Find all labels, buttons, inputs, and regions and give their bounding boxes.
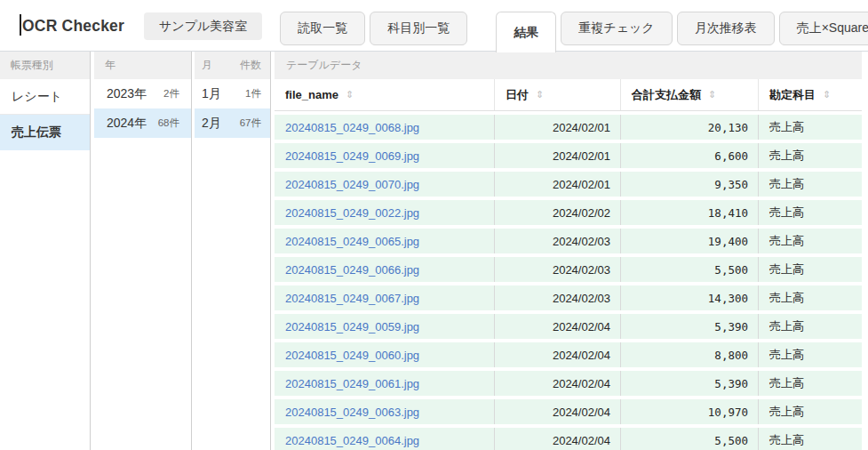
file-name-link[interactable]: 20240815_0249_0063.jpg	[275, 399, 495, 424]
top-bar: OCR Checker サンプル美容室 読取一覧 科目別一覧 結果 重複チェック…	[0, 0, 868, 52]
date-cell: 2024/02/03	[495, 285, 621, 310]
date-cell: 2024/02/01	[495, 115, 621, 140]
month-label: 1月	[202, 86, 221, 102]
date-cell: 2024/02/03	[495, 257, 621, 282]
month-item[interactable]: 2月 67件	[195, 108, 270, 138]
month-list: 1月 1件 2月 67件	[195, 79, 270, 138]
doc-type-item[interactable]: 売上伝票	[0, 115, 90, 150]
amount-cell: 5,390	[621, 371, 759, 396]
sort-icon[interactable]: ⇕	[536, 89, 544, 100]
date-cell: 2024/02/04	[495, 428, 621, 450]
sort-icon[interactable]: ⇕	[346, 89, 354, 100]
doc-type-item[interactable]: レシート	[0, 79, 90, 115]
account-cell: 売上高	[759, 200, 862, 225]
table-row: 20240815_0249_0067.jpg 2024/02/03 14,300…	[275, 285, 862, 310]
tab-row: 読取一覧 科目別一覧 結果 重複チェック 月次推移表 売上×Square	[280, 12, 868, 52]
account-cell: 売上高	[759, 285, 862, 310]
year-item[interactable]: 2023年 2件	[94, 79, 191, 108]
file-name-link[interactable]: 20240815_0249_0065.jpg	[275, 229, 495, 253]
amount-cell: 14,300	[621, 285, 759, 310]
table-row: 20240815_0249_0060.jpg 2024/02/04 8,800 …	[275, 342, 862, 367]
file-name-link[interactable]: 20240815_0249_0022.jpg	[275, 200, 495, 225]
file-name-link[interactable]: 20240815_0249_0070.jpg	[275, 172, 495, 197]
account-cell: 売上高	[759, 399, 862, 424]
amount-cell: 10,970	[621, 399, 759, 424]
file-name-link[interactable]: 20240815_0249_0059.jpg	[275, 314, 495, 339]
doc-type-header: 帳票種別	[0, 52, 90, 79]
tab-button[interactable]: 月次推移表	[677, 12, 775, 45]
year-list: 2023年 2件 2024年 68件	[94, 79, 191, 138]
table-row: 20240815_0249_0059.jpg 2024/02/04 5,390 …	[275, 314, 862, 339]
account-cell: 売上高	[759, 229, 862, 253]
date-cell: 2024/02/03	[495, 229, 621, 253]
date-cell: 2024/02/01	[495, 172, 621, 197]
table-row: 20240815_0249_0066.jpg 2024/02/03 5,500 …	[275, 257, 862, 282]
file-name-link[interactable]: 20240815_0249_0066.jpg	[275, 257, 495, 282]
year-header: 年	[94, 52, 191, 79]
account-cell: 売上高	[759, 428, 862, 450]
table-row: 20240815_0249_0063.jpg 2024/02/04 10,970…	[275, 399, 862, 424]
file-name-link[interactable]: 20240815_0249_0067.jpg	[275, 285, 495, 310]
file-name-link[interactable]: 20240815_0249_0061.jpg	[275, 371, 495, 396]
date-cell: 2024/02/04	[495, 371, 621, 396]
year-count: 68件	[158, 117, 179, 130]
date-cell: 2024/02/01	[495, 143, 621, 168]
year-label: 2023年	[107, 86, 147, 102]
amount-cell: 8,800	[621, 342, 759, 367]
table-row: 20240815_0249_0065.jpg 2024/02/03 19,400…	[275, 229, 862, 253]
date-cell: 2024/02/02	[495, 200, 621, 225]
tab-button[interactable]: 重複チェック	[561, 12, 672, 45]
month-header-label: 月	[202, 58, 212, 73]
account-cell: 売上高	[759, 314, 862, 339]
date-cell: 2024/02/04	[495, 399, 621, 424]
tab-button[interactable]: 科目別一覧	[370, 12, 467, 45]
month-count: 1件	[245, 87, 261, 100]
amount-cell: 19,400	[621, 229, 759, 253]
file-name-link[interactable]: 20240815_0249_0068.jpg	[275, 115, 495, 140]
sort-icon[interactable]: ⇕	[823, 89, 831, 100]
year-panel: 年 2023年 2件 2024年 68件	[94, 52, 192, 450]
column-header-amount[interactable]: 合計支払金額 ⇕	[621, 79, 759, 110]
account-cell: 売上高	[759, 172, 862, 197]
date-cell: 2024/02/04	[495, 342, 621, 367]
table-row: 20240815_0249_0069.jpg 2024/02/01 6,600 …	[275, 143, 862, 168]
tab-button[interactable]: 読取一覧	[280, 12, 365, 45]
file-name-link[interactable]: 20240815_0249_0069.jpg	[275, 143, 495, 168]
amount-cell: 6,600	[621, 143, 759, 168]
sort-icon[interactable]: ⇕	[708, 89, 716, 100]
text-caret	[20, 14, 21, 36]
date-cell: 2024/02/04	[495, 314, 621, 339]
account-cell: 売上高	[759, 143, 862, 168]
amount-cell: 20,130	[621, 115, 759, 140]
store-select-button[interactable]: サンプル美容室	[144, 12, 262, 40]
table-header-row: file_name ⇕ 日付 ⇕ 合計支払金額 ⇕ 勘定科目 ⇕	[275, 79, 862, 111]
amount-cell: 5,500	[621, 428, 759, 450]
month-panel: 月 件数 1月 1件 2月 67件	[195, 52, 271, 450]
month-header-count: 件数	[240, 58, 261, 73]
amount-cell: 5,500	[621, 257, 759, 282]
doc-type-list: レシート 売上伝票	[0, 79, 90, 150]
file-name-link[interactable]: 20240815_0249_0060.jpg	[275, 342, 495, 367]
tab-button[interactable]: 売上×Square	[779, 12, 868, 45]
year-label: 2024年	[107, 116, 147, 132]
column-header-date[interactable]: 日付 ⇕	[495, 79, 621, 110]
table-row: 20240815_0249_0061.jpg 2024/02/04 5,390 …	[275, 371, 862, 396]
table-body: 20240815_0249_0068.jpg 2024/02/01 20,130…	[275, 115, 862, 450]
tab-button[interactable]: 結果	[496, 12, 556, 52]
account-cell: 売上高	[759, 115, 862, 140]
amount-cell: 5,390	[621, 314, 759, 339]
month-count: 67件	[240, 117, 261, 130]
column-header-file-name[interactable]: file_name ⇕	[275, 79, 495, 110]
table-row: 20240815_0249_0070.jpg 2024/02/01 9,350 …	[275, 172, 862, 197]
file-name-link[interactable]: 20240815_0249_0064.jpg	[275, 428, 495, 450]
year-item[interactable]: 2024年 68件	[94, 108, 191, 138]
amount-cell: 18,410	[621, 200, 759, 225]
table-row: 20240815_0249_0068.jpg 2024/02/01 20,130…	[275, 115, 862, 140]
amount-cell: 9,350	[621, 172, 759, 197]
account-cell: 売上高	[759, 371, 862, 396]
column-header-account[interactable]: 勘定科目 ⇕	[759, 79, 862, 110]
table-panel: テーブルデータ file_name ⇕ 日付 ⇕ 合計支払金額 ⇕ 勘定科目 ⇕	[275, 52, 868, 450]
year-count: 2件	[163, 87, 179, 100]
month-header: 月 件数	[195, 52, 270, 79]
month-item[interactable]: 1月 1件	[195, 79, 270, 108]
